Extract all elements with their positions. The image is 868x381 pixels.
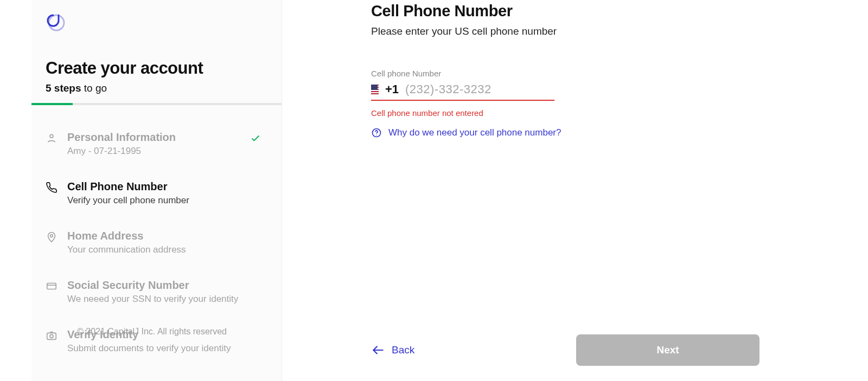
svg-point-1 — [50, 134, 53, 138]
progress-bar — [31, 103, 282, 105]
step-subtext: Amy - 07-21-1995 — [67, 146, 267, 157]
step-personal-info[interactable]: Personal Information Amy - 07-21-1995 — [46, 131, 267, 157]
sidebar-title: Create your account — [46, 59, 267, 78]
error-message: Cell phone number not entered — [371, 108, 762, 118]
sidebar: Create your account 5 steps to go Person… — [31, 0, 282, 381]
phone-icon — [46, 182, 58, 193]
phone-field-label: Cell phone Number — [371, 69, 762, 78]
next-button[interactable]: Next — [576, 334, 760, 366]
page-subtitle: Please enter your US cell phone number — [371, 25, 762, 37]
step-subtext: Your communication address — [67, 244, 267, 255]
person-icon — [46, 132, 58, 144]
svg-point-6 — [50, 334, 53, 338]
check-icon — [250, 133, 261, 146]
camera-icon — [46, 330, 58, 341]
card-icon — [46, 280, 58, 292]
step-home-address[interactable]: Home Address Your communication address — [46, 230, 267, 255]
phone-input-row: +1 — [371, 82, 554, 101]
progress-fill — [31, 103, 73, 105]
svg-point-2 — [50, 235, 53, 237]
us-flag-icon — [371, 85, 379, 94]
svg-rect-3 — [47, 283, 56, 289]
step-cell-phone[interactable]: Cell Phone Number Verify your cell phone… — [46, 180, 267, 206]
country-code: +1 — [385, 82, 399, 96]
arrow-left-icon — [371, 343, 385, 357]
steps-remaining: 5 steps to go — [46, 82, 267, 94]
step-label: Personal Information — [67, 131, 267, 144]
step-list: Personal Information Amy - 07-21-1995 Ce… — [46, 131, 267, 354]
why-phone-link[interactable]: Why do we need your cell phone number? — [371, 127, 762, 138]
step-ssn[interactable]: Social Security Number We neeed your SSN… — [46, 279, 267, 305]
back-button[interactable]: Back — [371, 343, 414, 357]
svg-point-0 — [49, 15, 64, 30]
svg-point-8 — [376, 135, 376, 135]
why-phone-text: Why do we need your cell phone number? — [388, 127, 561, 138]
step-subtext: Submit documents to verify your identity — [67, 343, 267, 354]
step-label: Home Address — [67, 230, 267, 242]
copyright-text: © 2021 CapitalJ Inc. All rights reserved — [77, 327, 227, 337]
step-label: Social Security Number — [67, 279, 267, 292]
back-label: Back — [392, 344, 414, 356]
phone-input[interactable] — [405, 82, 554, 96]
footer-nav: Back Next — [371, 334, 760, 366]
svg-rect-5 — [47, 333, 56, 339]
brand-logo — [46, 11, 67, 33]
main-content: Cell Phone Number Please enter your US c… — [371, 2, 762, 138]
page-title: Cell Phone Number — [371, 2, 762, 20]
step-label: Cell Phone Number — [67, 180, 267, 193]
step-subtext: We neeed your SSN to verify your identit… — [67, 294, 267, 305]
map-pin-icon — [46, 231, 58, 243]
help-circle-icon — [371, 127, 382, 138]
step-subtext: Verify your cell phone number — [67, 195, 267, 206]
